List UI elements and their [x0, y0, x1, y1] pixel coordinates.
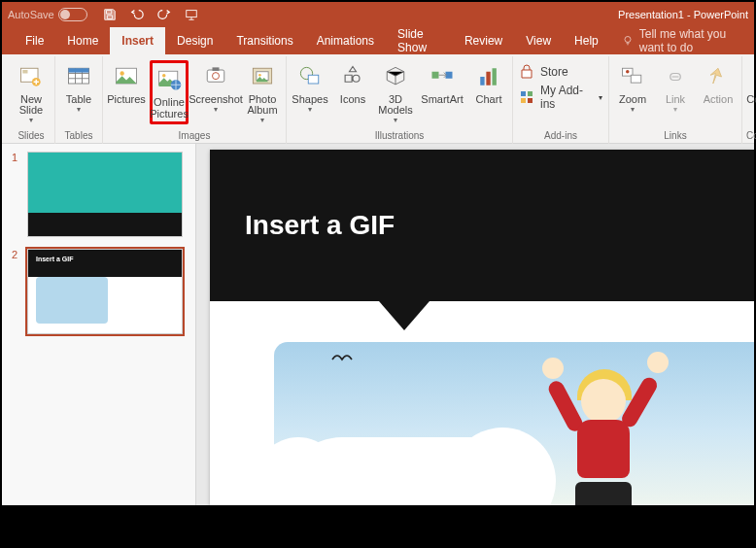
- smartart-icon: [427, 62, 458, 91]
- thumb2-banner: Insert a GIF: [28, 250, 182, 277]
- slide-thumbnails-panel[interactable]: 1 2 Insert a GIF: [2, 144, 196, 505]
- chart-icon: [473, 62, 504, 91]
- autosave-label: AutoSave: [8, 9, 54, 20]
- zoom-icon: [617, 62, 648, 91]
- chevron-down-icon: ▾: [214, 106, 218, 114]
- start-slideshow-icon[interactable]: [185, 8, 198, 21]
- pictures-icon: [111, 62, 142, 91]
- svg-point-17: [258, 74, 261, 77]
- tab-design[interactable]: Design: [165, 27, 224, 54]
- tab-view[interactable]: View: [514, 27, 563, 54]
- powerpoint-window: AutoSave Presentation1 - PowerPoint File…: [2, 2, 754, 505]
- online-pictures-icon: [154, 65, 185, 94]
- svg-rect-28: [528, 98, 533, 103]
- tab-slideshow[interactable]: Slide Show: [386, 27, 453, 54]
- autosave-toggle[interactable]: AutoSave: [8, 8, 87, 21]
- link-button[interactable]: Link ▾: [656, 60, 695, 124]
- group-tables: Table ▾ Tables: [55, 56, 103, 144]
- table-button[interactable]: Table ▾: [59, 60, 98, 124]
- my-addins-button[interactable]: My Add-ins ▾: [519, 84, 602, 111]
- chevron-down-icon: ▾: [308, 106, 312, 114]
- slide-thumbnail-1[interactable]: [27, 152, 183, 237]
- chart-button[interactable]: Chart: [469, 60, 508, 124]
- chevron-down-icon: ▾: [599, 93, 602, 102]
- online-pictures-button[interactable]: Online Pictures: [150, 60, 189, 124]
- chevron-down-icon: ▾: [260, 117, 264, 124]
- svg-rect-19: [308, 75, 319, 84]
- group-illustrations-label: Illustrations: [291, 128, 508, 144]
- store-button[interactable]: Store: [519, 64, 602, 80]
- svg-rect-20: [432, 72, 439, 79]
- svg-point-10: [162, 74, 166, 78]
- shapes-button[interactable]: Shapes ▾: [291, 60, 329, 124]
- table-label: Table: [66, 94, 91, 106]
- new-slide-button[interactable]: New Slide ▾: [12, 60, 51, 124]
- smartart-button[interactable]: SmartArt: [419, 60, 465, 124]
- group-comments-label: Comments: [746, 128, 756, 144]
- tell-me-search[interactable]: Tell me what you want to do: [610, 27, 754, 54]
- thumbnail-row: 1: [12, 152, 186, 237]
- banner-chevron-icon: [379, 301, 430, 330]
- document-title: Presentation1 - PowerPoint: [618, 9, 748, 20]
- slide-thumbnail-2[interactable]: Insert a GIF: [27, 249, 183, 334]
- group-addins: Store My Add-ins ▾ Add-ins: [513, 56, 609, 144]
- slide-canvas-area[interactable]: Insert a GIF: [196, 144, 754, 505]
- icons-gallery-icon: [337, 62, 368, 91]
- redo-icon[interactable]: [157, 8, 171, 21]
- comment-button[interactable]: Comment: [746, 60, 756, 124]
- zoom-label: Zoom: [619, 94, 646, 106]
- slide-title[interactable]: Insert a GIF: [245, 210, 395, 241]
- 3d-models-icon: [380, 62, 411, 91]
- screenshot-button[interactable]: Screenshot ▾: [192, 60, 239, 124]
- undo-icon[interactable]: [130, 8, 144, 21]
- svg-rect-3: [22, 70, 27, 74]
- store-icon: [519, 64, 534, 80]
- chevron-down-icon: ▾: [394, 117, 397, 124]
- link-icon: [660, 62, 691, 91]
- action-icon: [703, 62, 734, 91]
- ribbon-tabs: File Home Insert Design Transitions Anim…: [2, 27, 754, 54]
- svg-rect-27: [521, 98, 526, 103]
- action-button[interactable]: Action: [699, 60, 738, 124]
- group-images-label: Images: [107, 128, 282, 144]
- shapes-label: Shapes: [292, 94, 327, 106]
- toggle-off-icon: [58, 8, 87, 21]
- smartart-label: SmartArt: [421, 94, 463, 106]
- tab-transitions[interactable]: Transitions: [224, 27, 304, 54]
- chevron-down-icon: ▾: [631, 106, 635, 114]
- tab-home[interactable]: Home: [55, 27, 110, 54]
- group-links-label: Links: [613, 128, 738, 144]
- slide-image[interactable]: [274, 342, 754, 505]
- chevron-down-icon: ▾: [77, 106, 81, 114]
- photo-album-button[interactable]: Photo Album ▾: [243, 60, 282, 124]
- tab-help[interactable]: Help: [563, 27, 610, 54]
- tab-file[interactable]: File: [14, 27, 55, 54]
- thumb1-bar: [28, 213, 182, 236]
- screenshot-icon: [200, 62, 231, 91]
- save-icon[interactable]: [103, 8, 117, 21]
- tab-animations[interactable]: Animations: [305, 27, 386, 54]
- photo-album-icon: [247, 62, 278, 91]
- svg-rect-30: [631, 75, 641, 83]
- online-pictures-label: Online Pictures: [150, 97, 189, 120]
- lightbulb-icon: [622, 35, 634, 47]
- slide-canvas[interactable]: Insert a GIF: [210, 150, 754, 505]
- zoom-button[interactable]: Zoom ▾: [613, 60, 652, 124]
- link-label: Link: [666, 94, 685, 106]
- pictures-button[interactable]: Pictures: [107, 60, 146, 124]
- icons-label: Icons: [340, 94, 365, 106]
- icons-button[interactable]: Icons: [333, 60, 372, 124]
- slide-number: 1: [12, 152, 21, 237]
- pictures-label: Pictures: [107, 94, 146, 106]
- content-area: 1 2 Insert a GIF Insert a GIF: [2, 144, 754, 505]
- tab-insert[interactable]: Insert: [110, 27, 165, 54]
- new-slide-label: New Slide: [12, 94, 51, 117]
- photo-album-label: Photo Album: [243, 94, 282, 117]
- store-label: Store: [540, 65, 568, 79]
- 3d-models-label: 3D Models: [376, 94, 415, 117]
- quick-access-toolbar: [103, 8, 198, 21]
- svg-point-31: [626, 70, 630, 74]
- chevron-down-icon: ▾: [673, 106, 677, 114]
- tab-review[interactable]: Review: [453, 27, 514, 54]
- 3d-models-button[interactable]: 3D Models ▾: [376, 60, 415, 124]
